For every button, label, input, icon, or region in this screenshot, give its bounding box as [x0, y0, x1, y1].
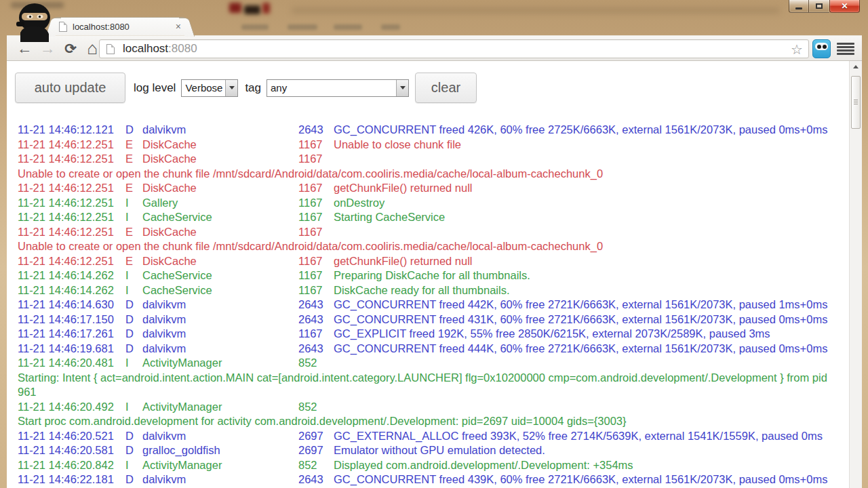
tag-label: tag	[245, 81, 261, 95]
log-level: I	[125, 400, 142, 415]
minimize-button[interactable]	[789, 0, 809, 13]
log-level: E	[125, 181, 142, 196]
log-pid: 2643	[298, 312, 334, 327]
log-pid: 2643	[298, 123, 334, 138]
log-message: GC_CONCURRENT freed 439K, 60% free 2721K…	[334, 472, 827, 487]
log-tag: ActivityManager	[142, 458, 298, 473]
log-tag: dalvikvm	[142, 342, 298, 357]
log-level: E	[125, 138, 142, 152]
menu-icon	[837, 43, 854, 45]
log-pid: 852	[298, 458, 334, 473]
logcat-controls: auto update log level Verbose tag any cl…	[15, 73, 862, 103]
log-row: 11-21 14:46:12.251EDiskCache1167Unable t…	[18, 138, 833, 152]
log-pid: 852	[298, 356, 334, 371]
log-message: Starting: Intent { act=android.intent.ac…	[18, 371, 833, 400]
log-row: 11-21 14:46:22.181Ddalvikvm2643GC_CONCUR…	[18, 472, 833, 487]
tag-select[interactable]: any	[267, 79, 409, 97]
log-level: D	[125, 312, 142, 327]
log-level: E	[125, 254, 142, 269]
background-menu-blur	[288, 24, 317, 30]
log-time: 11-21 14:46:12.251	[18, 152, 125, 167]
browser-menu-button[interactable]	[837, 42, 854, 56]
log-pid: 2697	[298, 429, 334, 444]
log-row: 11-21 14:46:20.842IActivityManager852Dis…	[18, 458, 833, 473]
extension-button[interactable]	[812, 39, 831, 58]
log-level: I	[125, 210, 142, 225]
maximize-button[interactable]	[809, 0, 829, 13]
log-row: 11-21 14:46:12.251ICacheService1167Start…	[18, 210, 833, 225]
log-level: D	[125, 429, 142, 444]
log-time: 11-21 14:46:14.630	[18, 298, 125, 312]
log-time: 11-21 14:46:20.481	[18, 356, 125, 371]
dropdown-arrow-icon	[225, 80, 237, 96]
log-pid: 2643	[298, 298, 334, 312]
minimize-icon	[795, 7, 802, 9]
log-row: 11-21 14:46:14.262ICacheService1167DiskC…	[18, 283, 833, 298]
log-tag: dalvikvm	[142, 429, 298, 444]
background-blur-blob	[262, 3, 270, 14]
log-tag: dalvikvm	[142, 123, 298, 138]
url-text: localhost:8080	[123, 42, 197, 56]
log-time: 11-21 14:46:12.251	[18, 254, 125, 269]
page-favicon-icon	[59, 22, 67, 32]
browser-tab[interactable]: localhost:8080 ×	[53, 17, 187, 35]
log-tag: ActivityManager	[142, 356, 298, 371]
background-blur-blob	[292, 8, 780, 13]
address-bar[interactable]: localhost:8080 ☆	[99, 39, 809, 58]
log-time: 11-21 14:46:12.121	[18, 123, 125, 138]
bookmark-star-icon[interactable]: ☆	[791, 41, 803, 58]
url-port: :8080	[168, 42, 197, 55]
log-time: 11-21 14:46:12.251	[18, 181, 125, 196]
log-message: GC_EXPLICIT freed 192K, 55% free 2850K/6…	[334, 327, 770, 342]
log-row: 11-21 14:46:19.681Ddalvikvm2643GC_CONCUR…	[18, 342, 833, 357]
log-level: I	[125, 283, 142, 298]
log-pid: 1167	[298, 138, 334, 152]
scrollbar-thumb[interactable]	[851, 76, 861, 129]
tab-title: localhost:8080	[73, 22, 176, 32]
log-pid: 2643	[298, 472, 334, 487]
log-message: Unable to create or open the chunk file …	[18, 239, 603, 254]
maximize-icon	[816, 3, 823, 9]
log-row: 11-21 14:46:12.251EDiskCache1167Unable t…	[18, 152, 833, 181]
log-tag: ActivityManager	[142, 400, 298, 415]
tab-close-icon[interactable]: ×	[176, 22, 181, 31]
log-level-label: log level	[134, 81, 176, 95]
close-button[interactable]: ✕	[829, 0, 860, 13]
log-tag: CacheService	[142, 210, 298, 225]
reload-button[interactable]: ⟳	[60, 38, 81, 59]
log-level-select[interactable]: Verbose	[181, 79, 238, 97]
log-message: GC_CONCURRENT freed 426K, 60% free 2725K…	[334, 123, 827, 138]
log-time: 11-21 14:46:19.681	[18, 342, 125, 357]
log-row: 11-21 14:46:17.150Ddalvikvm2643GC_CONCUR…	[18, 312, 833, 327]
log-pid: 1167	[298, 283, 334, 298]
background-menu-blur	[334, 24, 362, 30]
log-row: 11-21 14:46:12.121Ddalvikvm2643GC_CONCUR…	[18, 123, 833, 138]
log-tag: dalvikvm	[142, 298, 298, 312]
log-level: E	[125, 225, 142, 240]
log-tag: gralloc_goldfish	[142, 443, 298, 458]
log-pid: 1167	[298, 327, 334, 342]
log-row: 11-21 14:46:20.521Ddalvikvm2697GC_EXTERN…	[18, 429, 833, 444]
log-level: D	[125, 472, 142, 487]
log-time: 11-21 14:46:20.842	[18, 458, 125, 473]
page-icon	[106, 44, 115, 54]
log-message: GC_CONCURRENT freed 431K, 60% free 2721K…	[334, 312, 827, 327]
log-row: 11-21 14:46:12.251EDiskCache1167Unable t…	[18, 225, 833, 254]
page-content: auto update log level Verbose tag any cl…	[7, 61, 862, 488]
url-host: localhost	[123, 42, 168, 55]
log-row: 11-21 14:46:20.492IActivityManager852Sta…	[18, 400, 833, 429]
clear-button[interactable]: clear	[415, 73, 477, 103]
page-scrollbar[interactable]	[849, 61, 862, 488]
log-message: Unable to create or open the chunk file …	[18, 167, 603, 182]
log-level: I	[125, 196, 142, 211]
log-pid: 1167	[298, 268, 334, 283]
log-tag: dalvikvm	[142, 312, 298, 327]
background-blur-blob	[229, 3, 241, 13]
log-pid: 1167	[298, 210, 334, 225]
scrollbar-up-arrow-icon[interactable]	[850, 61, 862, 73]
log-level: D	[125, 342, 142, 357]
log-level: D	[125, 298, 142, 312]
window-controls: ✕	[789, 0, 860, 13]
auto-update-button[interactable]: auto update	[15, 73, 125, 103]
log-tag: CacheService	[142, 283, 298, 298]
